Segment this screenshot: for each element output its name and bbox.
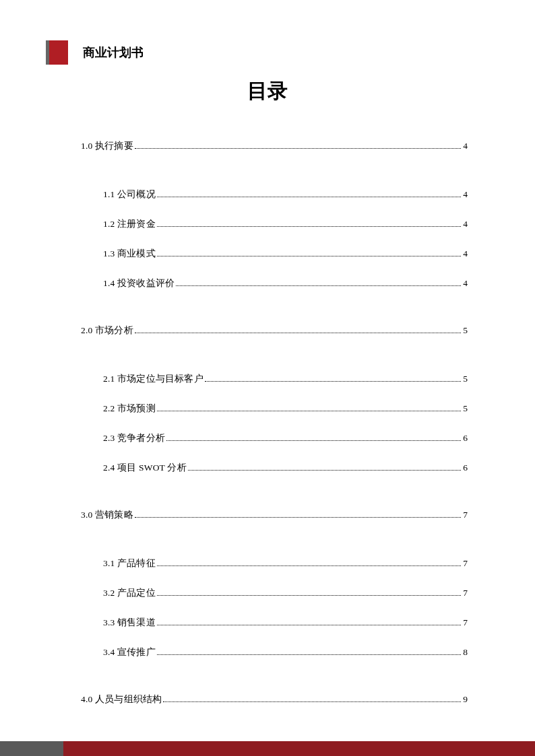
toc-entry: 3.0 营销策略7: [81, 509, 468, 540]
toc-entry-label: 3.2 产品定位: [103, 587, 156, 599]
toc-entry-label: 3.4 宣传推广: [103, 646, 156, 658]
toc-entry-page: 7: [463, 588, 468, 598]
toc-entry: 4.0 人员与组织结构9: [81, 693, 468, 724]
toc-entry-page: 8: [463, 647, 468, 658]
toc-dot-leader-icon: [135, 517, 461, 518]
toc-entry-label: 2.4 项目 SWOT 分析: [103, 462, 187, 474]
toc-dot-leader-icon: [157, 197, 461, 197]
toc-entry-label: 3.0 营销策略: [81, 509, 133, 521]
toc-dot-leader-icon: [157, 565, 461, 566]
toc-dot-leader-icon: [205, 381, 461, 382]
toc-entry: 1.1 公司概况4: [81, 188, 468, 218]
toc-entry-page: 5: [463, 325, 468, 336]
toc-entry-page: 4: [463, 219, 468, 230]
toc-dot-leader-icon: [188, 470, 461, 471]
toc-entry: 3.3 销售渠道7: [81, 617, 468, 646]
toc-entry-label: 1.4 投资收益评价: [103, 277, 175, 289]
table-of-contents: 1.0 执行摘要41.1 公司概况41.2 注册资金41.3 商业模式41.4 …: [81, 140, 468, 724]
toc-entry-page: 4: [463, 248, 468, 259]
toc-entry: 2.1 市场定位与目标客户5: [81, 373, 468, 403]
page-header: 商业计划书: [46, 40, 144, 65]
toc-entry-label: 1.1 公司概况: [103, 188, 156, 201]
toc-title: 目录: [0, 77, 535, 105]
toc-dot-leader-icon: [157, 595, 461, 596]
toc-entry-page: 9: [463, 694, 468, 705]
toc-entry-label: 3.1 产品特征: [103, 557, 156, 570]
toc-entry-page: 5: [463, 374, 468, 384]
toc-entry-page: 7: [463, 558, 468, 569]
document-title: 商业计划书: [83, 44, 144, 61]
toc-entry-label: 2.0 市场分析: [81, 324, 133, 337]
toc-entry: 1.4 投资收益评价4: [81, 277, 468, 307]
toc-dot-leader-icon: [157, 625, 461, 625]
toc-dot-leader-icon: [135, 148, 461, 149]
toc-dot-leader-icon: [166, 440, 461, 441]
toc-entry: 1.3 商业模式4: [81, 248, 468, 277]
toc-entry-page: 6: [463, 462, 468, 473]
toc-entry-label: 1.3 商业模式: [103, 248, 156, 260]
toc-entry-page: 6: [463, 433, 468, 444]
toc-entry: 2.0 市场分析5: [81, 324, 468, 355]
toc-entry-label: 2.3 竞争者分析: [103, 432, 165, 444]
toc-entry: 3.4 宣传推广8: [81, 646, 468, 676]
toc-entry: 2.3 竞争者分析6: [81, 432, 468, 462]
toc-dot-leader-icon: [157, 256, 461, 256]
toc-entry-label: 1.2 注册资金: [103, 218, 156, 230]
toc-entry-label: 3.3 销售渠道: [103, 617, 156, 629]
toc-entry: 1.2 注册资金4: [81, 218, 468, 248]
toc-entry-page: 7: [463, 617, 468, 628]
toc-entry-page: 4: [463, 141, 468, 151]
toc-entry: 2.4 项目 SWOT 分析6: [81, 462, 468, 491]
toc-entry: 1.0 执行摘要4: [81, 140, 468, 171]
toc-dot-leader-icon: [135, 333, 461, 333]
toc-dot-leader-icon: [163, 701, 461, 702]
toc-entry-label: 2.1 市场定位与目标客户: [103, 373, 203, 385]
toc-entry-label: 4.0 人员与组织结构: [81, 693, 162, 706]
toc-entry: 3.1 产品特征7: [81, 557, 468, 587]
toc-entry-label: 1.0 执行摘要: [81, 140, 133, 152]
toc-entry-page: 5: [463, 403, 468, 414]
header-accent-icon: [46, 40, 68, 65]
toc-dot-leader-icon: [157, 226, 461, 227]
footer-accent-icon: [0, 741, 535, 756]
toc-dot-leader-icon: [157, 411, 461, 411]
toc-dot-leader-icon: [157, 654, 461, 655]
toc-entry-page: 4: [463, 278, 468, 289]
toc-entry-label: 2.2 市场预测: [103, 403, 156, 415]
toc-entry: 3.2 产品定位7: [81, 587, 468, 617]
toc-entry-page: 4: [463, 189, 468, 200]
toc-entry-page: 7: [463, 510, 468, 520]
toc-entry: 2.2 市场预测5: [81, 403, 468, 432]
toc-dot-leader-icon: [176, 285, 461, 286]
